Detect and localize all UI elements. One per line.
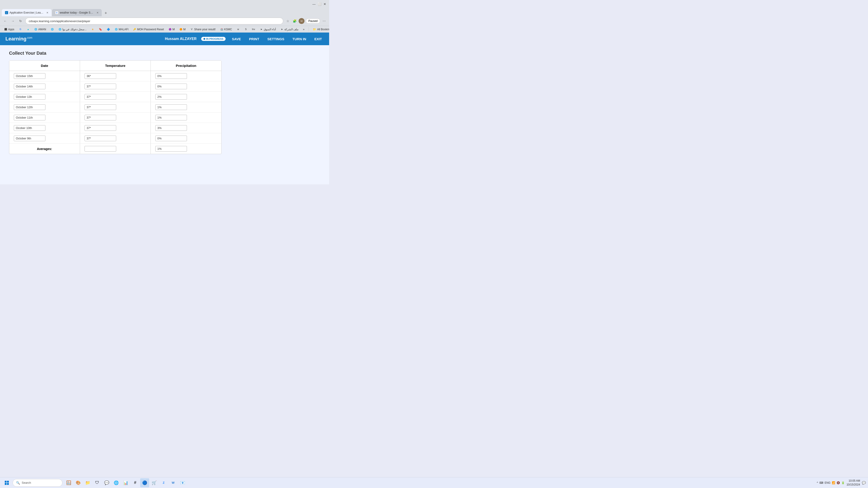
- inv-favicon: Inv: [252, 28, 255, 31]
- table-row: [9, 123, 221, 133]
- precipitation-input-1[interactable]: [155, 84, 187, 89]
- bookmark-icon2[interactable]: 🔷: [105, 27, 112, 31]
- bookmark-arabic1-label: سجل دخولك في بوا...: [62, 28, 87, 31]
- extensions-icon[interactable]: 🧩: [292, 18, 297, 24]
- date-input-5[interactable]: [14, 125, 45, 131]
- bookmark-inv[interactable]: Inv: [250, 27, 257, 31]
- bookmark-icon1[interactable]: 🔖: [97, 27, 104, 31]
- precipitation-input-0[interactable]: [155, 73, 187, 79]
- exit-button[interactable]: EXIT: [313, 36, 324, 42]
- averages-temperature-input[interactable]: [85, 146, 116, 152]
- maximize-button[interactable]: ⬜: [317, 2, 321, 6]
- tab-close-learning[interactable]: ✕: [46, 11, 49, 14]
- bookmark-share-label: Share your result!: [194, 28, 216, 31]
- precipitation-input-4[interactable]: [155, 115, 187, 121]
- new-tab-button[interactable]: +: [103, 10, 109, 16]
- amazon-favicon: a: [91, 28, 94, 31]
- col-header-date: Date: [9, 61, 80, 71]
- bookmark-malafi[interactable]: 🌐 MALAFI: [113, 27, 130, 31]
- date-input-3[interactable]: [14, 104, 45, 110]
- tab-label-learning: Application Exercise | Learning...: [9, 11, 44, 14]
- bookmark-m1-label: M: [173, 28, 175, 31]
- close-button[interactable]: ✕: [323, 2, 327, 6]
- bookmark-arabic1[interactable]: 🌐 سجل دخولك في بوا...: [57, 27, 88, 31]
- folder-icon: 📁: [313, 28, 316, 31]
- temperature-input-1[interactable]: [85, 84, 116, 89]
- paused-button[interactable]: Paused: [306, 19, 320, 24]
- title-bar: — ⬜ ✕: [0, 0, 329, 8]
- temperature-input-3[interactable]: [85, 104, 116, 110]
- bookmark-m1[interactable]: 🟣 M: [166, 27, 177, 31]
- temperature-input-2[interactable]: [85, 94, 116, 100]
- bookmark-ksmc[interactable]: 🏥 KSMC: [218, 27, 234, 31]
- bookmark-w[interactable]: w: [235, 27, 242, 31]
- averages-precipitation-input[interactable]: [155, 146, 187, 152]
- settings-button[interactable]: SETTINGS: [266, 36, 286, 42]
- all-bookmarks-label: All Bookmarks: [317, 28, 329, 31]
- precipitation-input-5[interactable]: [155, 125, 187, 131]
- bookmark-arabic3-label: ملف الشركة: [284, 28, 298, 31]
- address-input[interactable]: [25, 18, 283, 24]
- address-bar: ← → ↻ ☆ 🧩 H Paused ⋯: [0, 16, 329, 26]
- print-button[interactable]: PRINT: [247, 36, 261, 42]
- m1-favicon: 🟣: [168, 28, 172, 31]
- minimize-button[interactable]: —: [312, 2, 316, 6]
- header-right: Hussam ALZAYER IN PROGRESS SAVE PRINT SE…: [165, 36, 324, 42]
- col-header-precipitation: Precipitation: [151, 61, 221, 71]
- google-favicon: G: [19, 28, 22, 31]
- tab-google[interactable]: G weather today - Google Search ✕: [52, 9, 102, 16]
- bookmark-arabic3[interactable]: ➤ ملف الشركة: [278, 27, 300, 31]
- star-icon[interactable]: ☆: [285, 18, 290, 24]
- tab-close-google[interactable]: ✕: [96, 11, 98, 14]
- status-badge-label: IN PROGRESS: [206, 37, 223, 40]
- save-button[interactable]: SAVE: [230, 36, 243, 42]
- profile-button[interactable]: H: [299, 18, 305, 24]
- arabic3-favicon: ➤: [280, 28, 283, 31]
- bookmark-3[interactable]: ▲: [25, 27, 31, 31]
- s-favicon: S: [244, 28, 248, 31]
- bookmark-amazon[interactable]: a: [89, 27, 96, 31]
- table-row: [9, 71, 221, 81]
- date-input-1[interactable]: [14, 84, 45, 89]
- precipitation-input-3[interactable]: [155, 104, 187, 110]
- refresh-button[interactable]: ↻: [18, 18, 24, 24]
- all-bookmarks-button[interactable]: 📁 All Bookmarks: [311, 27, 329, 31]
- bookmark-globe[interactable]: 🌐: [49, 27, 56, 31]
- date-input-2[interactable]: [14, 94, 45, 100]
- bookmark-apps[interactable]: ⬛ Apps: [2, 27, 16, 31]
- badge-dot: [204, 38, 205, 40]
- precipitation-input-2[interactable]: [155, 94, 187, 100]
- col-header-temperature: Temperature: [80, 61, 151, 71]
- bookmark-ksmc-label: KSMC: [224, 28, 232, 31]
- bookmark-aman-label: AMAN: [38, 28, 46, 31]
- back-button[interactable]: ←: [2, 18, 8, 24]
- temperature-input-4[interactable]: [85, 115, 116, 121]
- date-input-4[interactable]: [14, 115, 45, 121]
- precipitation-input-6[interactable]: [155, 135, 187, 141]
- arabic1-favicon: 🌐: [58, 28, 61, 31]
- bookmark-apps-label: Apps: [8, 28, 14, 31]
- table-row: [9, 133, 221, 144]
- browser-window: — ⬜ ✕ L Application Exercise | Learning.…: [0, 0, 329, 184]
- tab-learning[interactable]: L Application Exercise | Learning... ✕: [2, 9, 52, 16]
- user-name: Hussam ALZAYER: [165, 37, 196, 41]
- temperature-input-5[interactable]: [85, 125, 116, 131]
- globe-favicon: 🌐: [51, 28, 54, 31]
- bookmark-google[interactable]: G: [17, 27, 24, 31]
- forward-button[interactable]: →: [10, 18, 16, 24]
- temperature-input-0[interactable]: [85, 73, 116, 79]
- share-favicon: V: [190, 28, 193, 31]
- bookmark-aman[interactable]: 🌐 AMAN: [32, 27, 48, 31]
- date-input-0[interactable]: [14, 73, 45, 79]
- bookmark-share[interactable]: V Share your result!: [188, 27, 217, 31]
- bookmark-arabic2[interactable]: ➤ أداء السوق: [258, 27, 278, 31]
- settings-icon[interactable]: ⋯: [321, 18, 327, 24]
- more-bookmarks-button[interactable]: »: [301, 27, 306, 31]
- bookmark-m2[interactable]: 🟠 M: [178, 27, 187, 31]
- bookmark-s[interactable]: S: [243, 27, 249, 31]
- status-badge: IN PROGRESS: [201, 37, 225, 41]
- temperature-input-6[interactable]: [85, 135, 116, 141]
- turnin-button[interactable]: TURN IN: [291, 36, 308, 42]
- date-input-6[interactable]: [14, 135, 45, 141]
- bookmark-moh[interactable]: 🔑 MOH Password Reset: [131, 27, 166, 31]
